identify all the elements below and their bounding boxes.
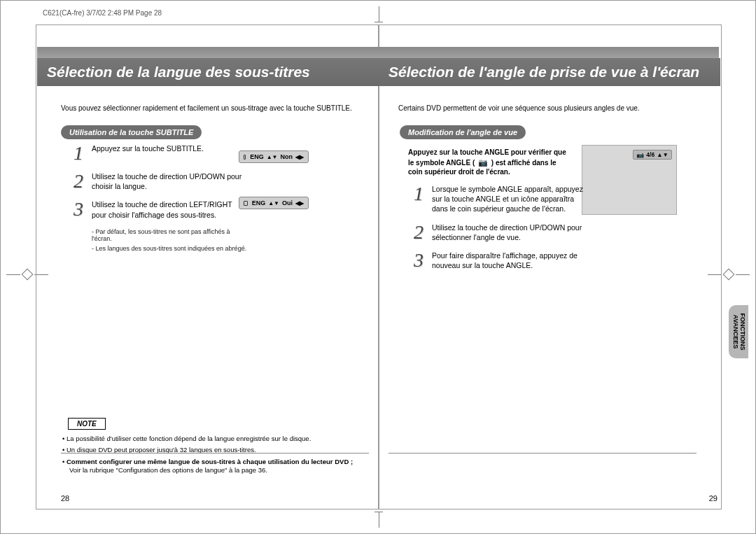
page-number-right: 29	[709, 494, 718, 503]
osd-lang: ENG	[252, 199, 266, 206]
step-subnote: - Les langues des sous-titres sont indiq…	[92, 245, 248, 252]
camera-icon: 📷	[478, 158, 488, 167]
step-text: Utilisez la touche de direction LEFT/RIG…	[92, 199, 248, 219]
step-3: 3 Pour faire disparaître l'affichage, ap…	[414, 251, 589, 270]
arrow-updown-icon: ▲▼	[267, 154, 278, 160]
arrow-updown-icon: ▲▼	[268, 200, 279, 206]
side-tab-fonctions: FONCTIONS AVANCEES	[729, 305, 748, 358]
step-text: Utilisez la touche de direction UP/DOWN …	[92, 171, 248, 191]
angle-count: 4/6	[646, 151, 654, 158]
osd-state: Oui	[282, 199, 293, 206]
crop-mark	[374, 512, 383, 512]
step-text: Lorsque le symbole ANGLE apparaît, appuy…	[432, 184, 589, 214]
step-2: 2 Utilisez la touche de direction UP/DOW…	[74, 171, 248, 191]
osd-chip-1: ENG ▲▼ Non ◀▶	[239, 150, 309, 163]
page-title-left: Sélection de la langue des sous-titres	[47, 64, 310, 80]
arrow-updown-icon: ▲▼	[657, 151, 668, 158]
step-1: 1 Lorsque le symbole ANGLE apparaît, app…	[414, 184, 589, 214]
file-header-meta: C621(CA-fre) 3/7/02 2:48 PM Page 28	[43, 9, 162, 17]
title-bar-right: Sélection de l'angle de prise de vue à l…	[379, 58, 720, 86]
step-text: Pour faire disparaître l'affichage, appu…	[432, 251, 589, 270]
osd-state: Non	[281, 153, 293, 160]
page-number-left: 28	[61, 494, 69, 503]
osd-lang: ENG	[250, 153, 264, 160]
note-item: Comment configurer une même langue de so…	[62, 458, 370, 475]
note-item: La possibilité d'utiliser cette fonction…	[62, 435, 370, 443]
step-2: 2 Utilisez la touche de direction UP/DOW…	[414, 223, 589, 242]
section-pill-left: Utilisation de la touche SUBTITLE	[61, 125, 202, 139]
step-text: Appuyez sur la touche SUBTITLE.	[92, 143, 204, 163]
tv-preview: 📷 4/6 ▲▼	[582, 145, 677, 215]
step-number: 2	[414, 223, 432, 242]
footer-rule	[388, 453, 696, 454]
step-number: 2	[74, 171, 92, 191]
step-number: 3	[74, 199, 92, 219]
step-3: 3 Utilisez la touche de direction LEFT/R…	[74, 199, 248, 219]
angle-instruction: Appuyez sur la touche ANGLE pour vérifie…	[408, 148, 569, 177]
note-list: La possibilité d'utiliser cette fonction…	[62, 435, 370, 477]
note-bold: Comment configurer une même langue de so…	[66, 458, 353, 465]
section-pill-right: Modification de l'angle de vue	[400, 125, 526, 139]
step-number: 1	[414, 184, 432, 214]
side-tab-label: FONCTIONS AVANCEES	[732, 314, 746, 351]
arrow-leftright-icon: ◀▶	[295, 154, 304, 160]
angle-indicator-chip: 📷 4/6 ▲▼	[633, 150, 672, 160]
page-title-right: Sélection de l'angle de prise de vue à l…	[388, 64, 699, 80]
footer-rule	[61, 453, 369, 454]
note-label: NOTE	[68, 418, 106, 430]
crop-mark	[379, 512, 379, 528]
title-bar-left: Sélection de la langue des sous-titres	[37, 58, 379, 86]
crop-mark	[374, 22, 383, 22]
crop-mark	[379, 6, 379, 22]
step-text: Utilisez la touche de direction UP/DOWN …	[432, 223, 589, 242]
note-sub: Voir la rubrique "Configuration des opti…	[69, 466, 267, 474]
step-number: 1	[74, 143, 92, 163]
subtitle-icon	[244, 201, 248, 206]
arrow-leftright-icon: ◀▶	[295, 200, 304, 206]
intro-left: Vous pouvez sélectionner rapidement et f…	[61, 104, 369, 112]
step-1: 1 Appuyez sur la touche SUBTITLE.	[74, 143, 248, 163]
intro-right: Certains DVD permettent de voir une séqu…	[398, 104, 706, 112]
osd-chip-2: ENG ▲▼ Oui ◀▶	[239, 197, 309, 209]
steps-left: 1 Appuyez sur la touche SUBTITLE. 2 Util…	[74, 143, 248, 252]
camera-icon: 📷	[636, 151, 644, 158]
step-subnote: - Par défaut, les sous-titres ne sont pa…	[92, 228, 248, 242]
steps-right: 1 Lorsque le symbole ANGLE apparaît, app…	[414, 184, 589, 279]
step-number: 3	[414, 251, 432, 270]
subtitle-icon	[244, 155, 246, 160]
page-outer: C621(CA-fre) 3/7/02 2:48 PM Page 28 Séle…	[0, 0, 756, 534]
